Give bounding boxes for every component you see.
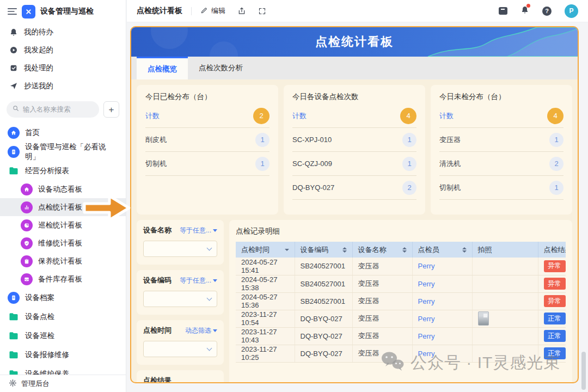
cell-name: 变压器 bbox=[352, 258, 412, 275]
filter-label: 设备编码 bbox=[143, 275, 171, 285]
cell-name: 变压器 bbox=[352, 292, 412, 310]
share-icon[interactable] bbox=[237, 7, 246, 15]
sidebar-item-my-todo[interactable]: 我的待办 bbox=[0, 23, 126, 41]
column-header-photo[interactable]: 拍照 bbox=[472, 242, 538, 258]
result-badge: 异常 bbox=[544, 260, 566, 272]
search-box[interactable] bbox=[7, 101, 99, 118]
cell-inspector[interactable]: Perry bbox=[412, 275, 472, 292]
result-badge: 正常 bbox=[544, 347, 566, 359]
stat-row-badge: 1 bbox=[549, 181, 564, 195]
folder-icon bbox=[8, 332, 20, 340]
cell-photo bbox=[472, 275, 538, 292]
table-scroll-area[interactable]: 点检时间 设备编码 设备名称 点检员 拍照 点检结果 2 bbox=[236, 242, 566, 383]
admin-backend-link[interactable]: 管理后台 bbox=[0, 375, 126, 392]
sort-icon[interactable] bbox=[402, 247, 407, 253]
cell-inspector[interactable]: Perry bbox=[412, 327, 472, 345]
sidebar-folder-device-inspection[interactable]: 设备点检 bbox=[0, 307, 126, 326]
sidebar-search-row: + bbox=[0, 95, 126, 123]
metric-label[interactable]: 计数 bbox=[292, 111, 307, 121]
collapse-sidebar-icon[interactable] bbox=[8, 8, 17, 15]
column-header-result[interactable]: 点检结果 bbox=[538, 242, 566, 258]
table-row[interactable]: 2023-11-27 10:25 DQ-BYQ-027 变压器 Perry 正常 bbox=[236, 345, 566, 362]
sidebar-item-home[interactable]: 首页 bbox=[0, 123, 126, 142]
cell-inspector[interactable]: Perry bbox=[412, 310, 472, 327]
table-row[interactable]: 2024-05-27 15:41 SB240527001 变压器 Perry 异… bbox=[236, 258, 566, 275]
sidebar-item-initiated-by-me[interactable]: 我发起的 bbox=[0, 41, 126, 59]
sidebar-item-spare-parts-board[interactable]: 备件库存看板 bbox=[0, 270, 126, 288]
sidebar-item-label: 备件库存看板 bbox=[38, 274, 82, 284]
stat-row-badge: 1 bbox=[402, 133, 416, 147]
edit-label: 编辑 bbox=[211, 6, 225, 16]
sidebar-item-device-dynamic-board[interactable]: 设备动态看板 bbox=[0, 180, 126, 198]
notifications-icon[interactable] bbox=[520, 5, 529, 16]
sidebar-item-label: 我的待办 bbox=[24, 27, 53, 37]
sort-icon[interactable] bbox=[462, 247, 467, 253]
cell-code: SB240527001 bbox=[295, 275, 352, 292]
banner-title: 点检统计看板 bbox=[315, 34, 394, 50]
toolbar-right-group: ? P bbox=[499, 4, 578, 18]
column-header-time[interactable]: 点检时间 bbox=[236, 242, 295, 258]
sidebar-item-device-archive[interactable]: 设备档案 bbox=[0, 288, 126, 307]
sidebar-folder-analysis-reports[interactable]: 经营分析报表 bbox=[0, 161, 126, 180]
column-header-code[interactable]: 设备编码 bbox=[295, 242, 352, 258]
tab-overview[interactable]: 点检概览 bbox=[137, 57, 188, 79]
cell-result: 异常 bbox=[538, 258, 566, 275]
stat-row: 切制机 1 bbox=[145, 152, 270, 176]
sidebar-folder-device-repair[interactable]: 设备报修维修 bbox=[0, 345, 126, 364]
table-row[interactable]: 2024-05-27 15:36 SB240527001 变压器 Perry 异… bbox=[236, 292, 566, 310]
metric-row: 计数 4 bbox=[439, 104, 564, 128]
filter-operator[interactable]: 等于任意... bbox=[180, 276, 217, 285]
sidebar-item-patrol-stats-board[interactable]: 巡检统计看板 bbox=[0, 216, 126, 234]
sort-icon[interactable] bbox=[342, 247, 347, 253]
device-name-select[interactable] bbox=[143, 241, 217, 257]
top-toolbar: 点检统计看板 编辑 ? P bbox=[127, 0, 588, 22]
edit-button[interactable]: 编辑 bbox=[200, 6, 225, 16]
scrollbar-thumb[interactable] bbox=[581, 352, 586, 390]
user-avatar[interactable]: P bbox=[565, 4, 578, 18]
metric-label[interactable]: 计数 bbox=[439, 111, 454, 121]
sidebar-item-label: 设备管理与巡检「必看说明」 bbox=[25, 142, 118, 162]
table-row[interactable]: 2023-11-27 10:43 DQ-BYQ-027 变压器 Perry 正常 bbox=[236, 327, 566, 345]
table-row[interactable]: 2024-05-27 15:38 SB240527001 变压器 Perry 异… bbox=[236, 275, 566, 292]
sidebar-item-guide[interactable]: 设备管理与巡检「必看说明」 bbox=[0, 142, 126, 161]
sidebar-item-label: 设备动态看板 bbox=[38, 185, 82, 194]
cell-inspector[interactable]: Perry bbox=[412, 345, 472, 362]
cell-inspector[interactable]: Perry bbox=[412, 258, 472, 275]
help-icon[interactable]: ? bbox=[542, 7, 552, 16]
cell-code: SB240527001 bbox=[295, 258, 352, 275]
search-icon bbox=[12, 105, 20, 114]
sidebar-folder-device-patrol[interactable]: 设备巡检 bbox=[0, 326, 126, 345]
cell-inspector[interactable]: Perry bbox=[412, 292, 472, 310]
help-docs-icon[interactable] bbox=[499, 7, 507, 15]
stat-row-label: 切制机 bbox=[439, 183, 461, 193]
sidebar-item-cc-to-me[interactable]: 抄送我的 bbox=[0, 77, 126, 95]
column-header-inspector[interactable]: 点检员 bbox=[412, 242, 472, 258]
column-header-name[interactable]: 设备名称 bbox=[352, 242, 412, 258]
tab-frequency-analysis[interactable]: 点检次数分析 bbox=[188, 57, 254, 79]
add-app-button[interactable]: + bbox=[103, 101, 119, 118]
filter-label: 点检结果 bbox=[143, 376, 171, 383]
stat-row-badge: 2 bbox=[402, 181, 416, 195]
photo-thumbnail[interactable] bbox=[478, 311, 489, 326]
search-input[interactable] bbox=[23, 106, 94, 113]
inspection-time-select[interactable] bbox=[143, 341, 217, 357]
device-code-select[interactable] bbox=[143, 291, 217, 307]
main-area: 点检统计看板 点检概览 点检次数分析 今日已检分布（台） 计数 2 削皮机 1 bbox=[127, 22, 588, 392]
filter-operator[interactable]: 等于任意... bbox=[180, 226, 217, 235]
stat-row: 削皮机 1 bbox=[145, 128, 270, 152]
filter-operator[interactable]: 动态筛选 bbox=[185, 326, 217, 335]
column-label: 点检员 bbox=[418, 245, 439, 255]
bottom-row: 设备名称 等于任意... 设备编码 等于任意... bbox=[137, 220, 572, 383]
sidebar-item-handled-by-me[interactable]: 我处理的 bbox=[0, 59, 126, 77]
fullscreen-icon[interactable] bbox=[258, 7, 266, 15]
table-row[interactable]: 2023-11-27 10:54 DQ-BYQ-027 变压器 Perry 正常 bbox=[236, 310, 566, 327]
sidebar-item-repair-stats-board[interactable]: 维修统计看板 bbox=[0, 234, 126, 252]
sidebar-item-label: 设备档案 bbox=[25, 293, 54, 303]
stat-row-label: 变压器 bbox=[439, 135, 461, 145]
metric-label[interactable]: 计数 bbox=[145, 111, 160, 121]
stat-row-badge: 2 bbox=[549, 157, 564, 171]
sidebar-item-inspection-stats-board[interactable]: 点检统计看板 bbox=[0, 198, 126, 216]
sidebar-item-maintenance-stats-board[interactable]: 保养统计看板 bbox=[0, 252, 126, 270]
home-icon bbox=[21, 183, 33, 195]
sort-desc-icon[interactable] bbox=[285, 249, 289, 251]
